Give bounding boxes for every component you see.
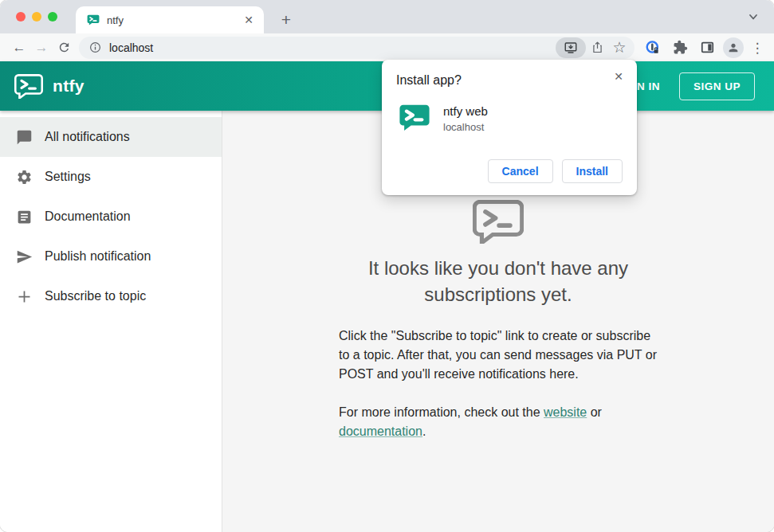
tab-favicon-ntfy-icon: [87, 14, 100, 26]
address-bar[interactable]: localhost ☆: [79, 37, 635, 59]
sidebar-item-label: All notifications: [45, 130, 130, 144]
browser-toolbar: ← → localhost: [0, 33, 774, 61]
info-text: .: [422, 424, 426, 438]
bookmark-star-icon[interactable]: ☆: [608, 37, 631, 59]
ntfy-terminal-icon: [339, 200, 658, 244]
dialog-app-info: ntfy web localhost: [443, 103, 488, 133]
sidebar-item-documentation[interactable]: Documentation: [0, 197, 222, 237]
website-link[interactable]: website: [544, 405, 587, 419]
sidebar-item-label: Subscribe to topic: [45, 289, 146, 303]
sidebar-item-publish-notification[interactable]: Publish notification: [0, 237, 222, 276]
chat-bubble-icon: [15, 128, 33, 146]
plus-icon: [15, 288, 33, 305]
browser-tab[interactable]: ntfy ✕: [76, 6, 264, 33]
profile-avatar[interactable]: [723, 37, 744, 58]
sidebar-item-all-notifications[interactable]: All notifications: [0, 117, 222, 157]
info-text: For more information, check out the: [339, 405, 544, 419]
gear-icon: [15, 168, 33, 186]
ntfy-logo-icon: [14, 74, 43, 99]
install-app-icon[interactable]: [556, 37, 586, 58]
cancel-button[interactable]: Cancel: [488, 159, 553, 183]
share-icon[interactable]: [586, 37, 608, 59]
traffic-lights: [16, 12, 57, 22]
extensions-puzzle-icon[interactable]: [669, 37, 691, 59]
tab-close-icon[interactable]: ✕: [242, 14, 256, 26]
dialog-close-icon[interactable]: ✕: [611, 68, 627, 84]
side-panel-icon[interactable]: [696, 37, 718, 59]
sidebar-item-subscribe-to-topic[interactable]: Subscribe to topic: [0, 276, 222, 316]
site-info-icon[interactable]: [88, 41, 102, 54]
sidebar-item-label: Settings: [45, 170, 91, 184]
sign-up-button[interactable]: SIGN UP: [679, 72, 755, 100]
reload-icon[interactable]: [53, 37, 75, 59]
empty-state: It looks like you don't have any subscri…: [339, 200, 658, 532]
dialog-title: Install app?: [396, 73, 624, 88]
new-tab-button[interactable]: +: [275, 9, 297, 31]
window-minimize-button[interactable]: [32, 12, 41, 22]
window-close-button[interactable]: [16, 12, 26, 22]
send-icon: [15, 248, 33, 265]
sidebar-item-label: Documentation: [45, 209, 131, 224]
ntfy-app-icon: [399, 103, 430, 132]
browser-window: ntfy ✕ + ← → localhost: [0, 0, 774, 532]
sidebar-item-label: Publish notification: [45, 249, 151, 264]
dialog-actions: Cancel Install: [488, 159, 623, 183]
install-button[interactable]: Install: [562, 159, 623, 183]
dialog-app-origin: localhost: [443, 121, 488, 133]
tab-title: ntfy: [107, 14, 242, 26]
tab-search-chevron-icon[interactable]: [747, 10, 760, 23]
back-icon[interactable]: ←: [8, 37, 30, 59]
privacy-extension-icon[interactable]: [642, 37, 664, 59]
forward-icon: →: [30, 37, 53, 59]
url-text[interactable]: localhost: [109, 41, 556, 54]
empty-state-info-paragraph: For more information, check out the webs…: [339, 403, 658, 441]
documentation-link[interactable]: documentation: [339, 424, 422, 438]
toolbar-right-icons: ⋮: [638, 37, 766, 59]
empty-state-heading: It looks like you don't have any subscri…: [339, 255, 658, 307]
info-text: or: [587, 405, 602, 419]
dialog-app-row: ntfy web localhost: [399, 103, 624, 133]
article-icon: [15, 208, 33, 225]
person-icon: [727, 41, 740, 54]
sidebar: All notifications Settings Documentation…: [0, 111, 222, 532]
dialog-app-name: ntfy web: [443, 104, 488, 118]
browser-menu-icon[interactable]: ⋮: [748, 40, 766, 56]
install-app-dialog: Install app? ✕ ntfy web localhost Cancel…: [382, 60, 637, 195]
app-title: ntfy: [53, 76, 84, 96]
tab-strip: ntfy ✕ +: [0, 0, 774, 33]
window-zoom-button[interactable]: [48, 12, 57, 22]
sidebar-item-settings[interactable]: Settings: [0, 157, 222, 197]
empty-state-paragraph: Click the "Subscribe to topic" link to c…: [339, 327, 658, 384]
